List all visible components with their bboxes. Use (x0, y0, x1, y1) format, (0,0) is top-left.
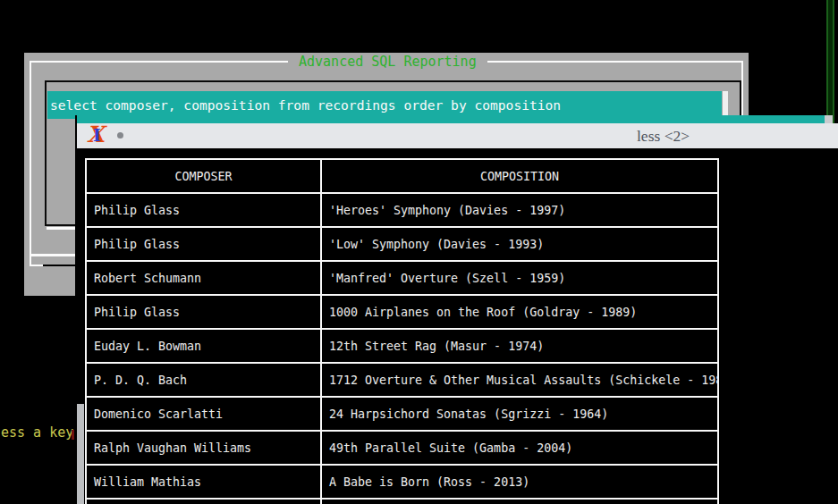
table-row: Philip Glass1000 Airplanes on the Roof (… (86, 295, 718, 329)
composer-cell: P. D. Q. Bach (86, 363, 321, 397)
table-row: Domenico Scarlatti24 Harpsichord Sonatas… (86, 397, 718, 431)
composition-cell: 1712 Overture & Other Musical Assaults (… (321, 363, 718, 397)
recordings-table-body: Philip Glass'Heroes' Symphony (Davies - … (86, 193, 718, 504)
xterm-x-icon[interactable]: X I (85, 123, 110, 148)
composition-cell: 'Heroes' Symphony (Davies - 1997) (321, 193, 718, 227)
terminal-cursor (72, 430, 74, 440)
desktop: { "dialog": { "title": "Advanced SQL Rep… (0, 0, 838, 504)
table-row: Robert Schumann'Manfred' Overture (Szell… (86, 261, 718, 295)
dialog-title: Advanced SQL Reporting (288, 55, 487, 70)
composer-header: COMPOSER (86, 159, 321, 193)
window-title: less <2> (637, 123, 690, 148)
composer-cell: Philip Glass (86, 227, 321, 261)
composer-cell: Euday L. Bowman (86, 329, 321, 363)
icon-i-glyph: I (93, 126, 101, 145)
press-key-hint: ess a key (1, 426, 73, 440)
less-titlebar[interactable]: X I less <2> (77, 123, 838, 148)
composer-cell: Ralph Vaughan Williams (86, 431, 321, 465)
composer-cell: Domenico Scarlatti (86, 397, 321, 431)
composition-cell: 49th Parallel Suite (Gamba - 2004) (321, 431, 718, 465)
recordings-table: COMPOSER COMPOSITION Philip Glass'Heroes… (85, 158, 719, 504)
composer-cell: Robert Schumann (86, 261, 321, 295)
composition-cell: 'Low' Symphony (Davies - 1993) (321, 227, 718, 261)
table-row: Euday L. Bowman12th Street Rag (Masur - … (86, 329, 718, 363)
composer-cell: Philip Glass (86, 295, 321, 329)
scrollbar-thumb[interactable] (77, 404, 84, 504)
composition-cell: 1000 Airplanes on the Roof (Goldray - 19… (321, 295, 718, 329)
composition-cell (321, 499, 718, 504)
composer-cell (86, 499, 321, 504)
composition-cell: 24 Harpsichord Sonatas (Sgrizzi - 1964) (321, 397, 718, 431)
composition-cell: A Babe is Born (Ross - 2013) (321, 465, 718, 499)
table-row: William MathiasA Babe is Born (Ross - 20… (86, 465, 718, 499)
composer-cell: Philip Glass (86, 193, 321, 227)
composition-cell: 'Manfred' Overture (Szell - 1959) (321, 261, 718, 295)
composition-cell: 12th Street Rag (Masur - 1974) (321, 329, 718, 363)
window-top-border-end (825, 115, 833, 123)
table-row: Philip Glass'Heroes' Symphony (Davies - … (86, 193, 718, 227)
window-menu-dot (117, 132, 123, 139)
table-header-row: COMPOSER COMPOSITION (86, 159, 718, 193)
less-content: COMPOSER COMPOSITION Philip Glass'Heroes… (77, 148, 838, 504)
background-window-edge (826, 0, 834, 123)
table-row-partial (86, 499, 718, 504)
composer-cell: William Mathias (86, 465, 321, 499)
table-row: Ralph Vaughan Williams49th Parallel Suit… (86, 431, 718, 465)
window-top-border (77, 115, 825, 123)
table-row: Philip Glass'Low' Symphony (Davies - 199… (86, 227, 718, 261)
composition-header: COMPOSITION (321, 159, 718, 193)
table-row: P. D. Q. Bach1712 Overture & Other Music… (86, 363, 718, 397)
less-window: X I less <2> COMPOSER COMPOSITION Philip… (75, 115, 838, 504)
